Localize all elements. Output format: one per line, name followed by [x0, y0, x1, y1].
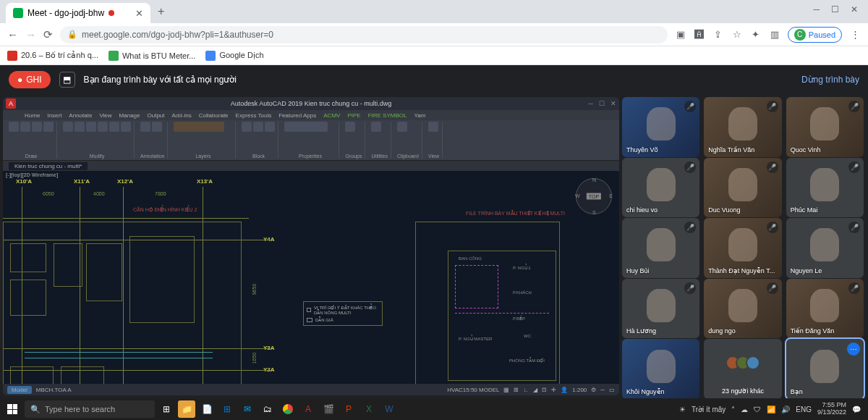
taskbar-app-icon[interactable]: ✉: [239, 400, 256, 418]
file-tab[interactable]: Kien truc chung cu - multi*: [9, 162, 88, 170]
participant-tile[interactable]: 🎤Hà Lương: [622, 279, 699, 339]
participant-tile[interactable]: 🎤Phúc Mai: [786, 158, 864, 218]
room-label: BAN CÔNG: [459, 256, 482, 261]
status-icon[interactable]: ⊡: [542, 387, 547, 393]
ribbon-tab[interactable]: ACMV: [323, 112, 340, 119]
taskbar-app-icon[interactable]: W: [380, 400, 398, 418]
ribbon-tab[interactable]: Featured Apps: [278, 112, 316, 119]
ribbon-tab[interactable]: View: [99, 112, 111, 119]
participant-tile[interactable]: 🎤dung ngo: [704, 279, 781, 339]
participant-tile[interactable]: 🎤Thuyên Võ: [622, 97, 699, 157]
profile-paused-chip[interactable]: C Paused: [788, 27, 842, 43]
participant-tile[interactable]: 🎤Duc Vuong: [704, 158, 781, 218]
taskbar-app-icon[interactable]: A: [299, 400, 317, 418]
reload-icon[interactable]: ⟳: [43, 28, 53, 41]
maximize-icon[interactable]: ☐: [831, 4, 839, 14]
ribbon-tab[interactable]: Output: [148, 112, 165, 119]
notifications-icon[interactable]: 💬: [852, 406, 861, 413]
taskbar-app-icon[interactable]: 📄: [198, 400, 216, 418]
view-cube[interactable]: TOP N S E W: [576, 178, 612, 214]
ribbon-tab[interactable]: FIRE SYMBOL: [368, 112, 407, 119]
record-button[interactable]: ● GHI: [9, 71, 51, 88]
taskbar-app-icon[interactable]: 🗂: [259, 400, 276, 418]
weather-icon[interactable]: ☀: [679, 406, 686, 413]
taskbar-app-icon[interactable]: 📁: [178, 400, 195, 418]
ribbon-tab[interactable]: Home: [25, 112, 40, 119]
translate-icon[interactable]: 🅰: [694, 29, 705, 41]
taskbar-app-icon[interactable]: 🎬: [320, 400, 337, 418]
ribbon-tab[interactable]: Yam: [414, 112, 425, 119]
participant-tile[interactable]: 🎤chi hieu vo: [622, 158, 699, 218]
task-view-icon[interactable]: ⊞: [158, 400, 175, 418]
stop-presenting-link[interactable]: Dừng trình bày: [801, 75, 859, 85]
self-tile[interactable]: ⋯ Bạn: [786, 339, 864, 398]
autocad-ribbon: Draw Modify Annotation Layers Block Prop…: [3, 120, 619, 161]
star-icon[interactable]: ☆: [731, 29, 743, 41]
new-tab-button[interactable]: +: [152, 5, 170, 18]
ribbon-tab[interactable]: Manage: [119, 112, 140, 119]
language-indicator[interactable]: ENG: [796, 406, 812, 413]
scale-text[interactable]: 1:200: [572, 387, 587, 393]
ribbon-tab[interactable]: Annotate: [69, 112, 92, 119]
ribbon-tab[interactable]: Collaborate: [199, 112, 229, 119]
menu-icon[interactable]: ⋮: [849, 29, 861, 41]
others-tile[interactable]: 23 người khác: [704, 339, 781, 398]
ribbon-tab[interactable]: Add-ins: [172, 112, 192, 119]
forward-icon[interactable]: →: [25, 28, 36, 41]
status-icon[interactable]: ─: [600, 387, 605, 393]
model-tab[interactable]: Model: [7, 386, 32, 394]
participant-tile[interactable]: 🎤Tiến Đăng Văn: [786, 279, 864, 339]
status-icon[interactable]: ▦: [503, 387, 509, 393]
volume-icon[interactable]: 🔊: [781, 406, 790, 413]
layout-tab[interactable]: MBCH.TOA A: [36, 387, 72, 393]
browser-tab[interactable]: Meet - dgo-jodj-bhw ✕: [6, 3, 150, 23]
participant-tile[interactable]: 🎤Nguyen Le: [786, 218, 864, 278]
bookmark-item[interactable]: 20.6 – Bố trí cảnh q...: [7, 51, 98, 61]
participant-tile[interactable]: 🎤Huy Bùi: [622, 218, 699, 278]
status-icon[interactable]: ✛: [551, 387, 556, 393]
weather-text[interactable]: Trời ít mây: [692, 406, 726, 413]
ribbon-tab[interactable]: PIPE: [347, 112, 360, 119]
share-icon[interactable]: ⇪: [712, 29, 724, 41]
taskbar-app-icon[interactable]: ⊞: [218, 400, 236, 418]
reading-list-icon[interactable]: ▥: [769, 29, 780, 41]
status-icon[interactable]: ∟: [523, 387, 529, 393]
close-window-icon[interactable]: ✕: [851, 4, 858, 14]
participant-tile[interactable]: 🎤Thành Đạt Nguyễn T...: [704, 218, 781, 278]
bookmark-item[interactable]: Google Dịch: [205, 51, 263, 61]
status-icon[interactable]: ▭: [609, 387, 615, 393]
taskbar-app-icon[interactable]: X: [360, 400, 378, 418]
close-tab-icon[interactable]: ✕: [135, 8, 143, 19]
viewcube-face[interactable]: TOP: [587, 193, 601, 200]
cast-icon[interactable]: ▣: [675, 29, 686, 41]
tray-icon[interactable]: 🛡: [754, 406, 761, 413]
more-options-icon[interactable]: ⋯: [847, 343, 860, 356]
bookmark-item[interactable]: What is BTU Meter...: [109, 51, 195, 61]
tray-chevron-icon[interactable]: ˄: [731, 406, 735, 413]
participant-tile[interactable]: 🎤Quoc Vinh: [786, 97, 864, 157]
dimension-text: 6050: [43, 191, 54, 196]
participant-tile[interactable]: Khôi Nguyễn: [622, 339, 699, 398]
clock[interactable]: 7:55 PM 9/13/2022: [817, 402, 846, 416]
start-button[interactable]: [3, 400, 22, 419]
status-icon[interactable]: ⊞: [514, 387, 519, 393]
status-icon[interactable]: ⚙: [591, 387, 596, 393]
taskbar-search[interactable]: 🔍 Type here to search: [25, 400, 155, 418]
status-icon[interactable]: ◢: [533, 387, 537, 393]
url-field[interactable]: 🔒 meet.google.com/dgo-jodj-bhw?pli=1&aut…: [60, 26, 668, 43]
ribbon-panel-label: Groups: [345, 154, 362, 159]
ribbon-tab[interactable]: Insert: [47, 112, 61, 119]
minimize-icon[interactable]: ─: [813, 4, 820, 14]
wifi-icon[interactable]: 📶: [767, 406, 775, 413]
dimension-text: 7800: [155, 191, 166, 196]
status-icon[interactable]: 👤: [561, 387, 568, 393]
tray-icon[interactable]: ☁: [741, 406, 748, 413]
autocad-canvas[interactable]: [-][top][2D Wireframe] X10'A X11'A X12'A…: [3, 171, 619, 384]
participant-tile[interactable]: 🎤Nghĩa Trần Văn: [704, 97, 781, 157]
ribbon-tab[interactable]: Express Tools: [236, 112, 272, 119]
back-icon[interactable]: ←: [7, 28, 18, 41]
stop-share-icon[interactable]: ⬒: [59, 72, 75, 88]
puzzle-icon[interactable]: ✦: [750, 29, 762, 41]
taskbar-chrome-icon[interactable]: [279, 400, 297, 418]
taskbar-app-icon[interactable]: P: [340, 400, 357, 418]
